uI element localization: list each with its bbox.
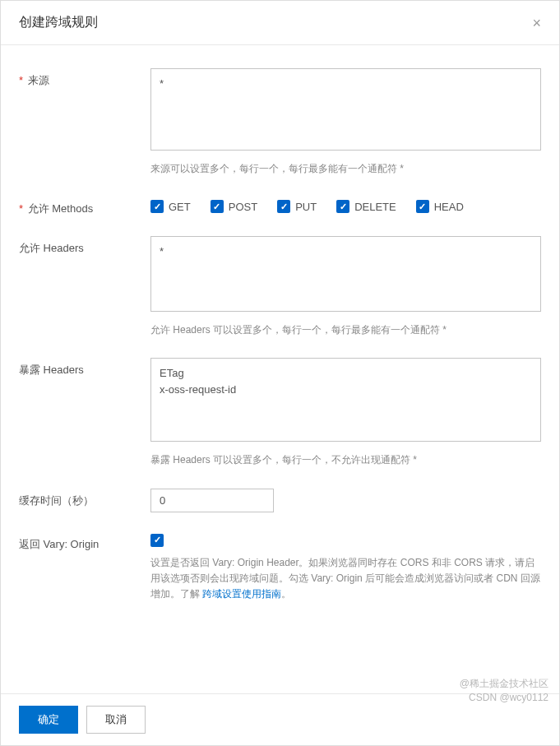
cache-time-input[interactable] <box>150 489 274 512</box>
checkbox-vary-origin[interactable] <box>150 534 541 547</box>
check-icon <box>416 200 429 213</box>
row-cache-time: 缓存时间（秒） <box>19 489 541 512</box>
cancel-button[interactable]: 取消 <box>86 706 146 734</box>
checkbox-put-label: PUT <box>295 201 317 213</box>
row-allow-headers: 允许 Headers * 允许 Headers 可以设置多个，每行一个，每行最多… <box>19 236 541 338</box>
checkbox-put[interactable]: PUT <box>277 200 317 213</box>
label-cache-time: 缓存时间（秒） <box>19 489 150 512</box>
dialog-footer: 确定 取消 <box>1 693 559 745</box>
label-methods: 允许 Methods <box>19 197 150 216</box>
checkbox-delete-label: DELETE <box>354 201 396 213</box>
dialog-header: 创建跨域规则 × <box>1 1 559 45</box>
label-expose-headers: 暴露 Headers <box>19 358 150 468</box>
label-source: 来源 <box>19 68 150 177</box>
checkbox-get-label: GET <box>169 201 191 213</box>
check-icon <box>336 200 349 213</box>
check-icon <box>277 200 290 213</box>
checkbox-get[interactable]: GET <box>150 200 191 213</box>
hint-vary-origin-post: 。 <box>281 588 291 600</box>
hint-vary-origin: 设置是否返回 Vary: Origin Header。如果浏览器同时存在 COR… <box>150 555 541 603</box>
row-source: 来源 * 来源可以设置多个，每行一个，每行最多能有一个通配符 * <box>19 68 541 177</box>
close-icon[interactable]: × <box>532 16 541 30</box>
cors-rule-dialog: 创建跨域规则 × 来源 * 来源可以设置多个，每行一个，每行最多能有一个通配符 … <box>0 0 560 746</box>
checkbox-head[interactable]: HEAD <box>416 200 464 213</box>
check-icon <box>150 200 164 213</box>
checkbox-delete[interactable]: DELETE <box>336 200 396 213</box>
check-icon <box>150 534 164 547</box>
hint-allow-headers: 允许 Headers 可以设置多个，每行一个，每行最多能有一个通配符 * <box>150 322 541 338</box>
label-allow-headers: 允许 Headers <box>19 236 150 338</box>
row-methods: 允许 Methods GET POST PUT <box>19 197 541 216</box>
expose-headers-input[interactable]: ETag x-oss-request-id <box>150 358 541 442</box>
link-cors-guide[interactable]: 跨域设置使用指南 <box>202 588 281 600</box>
ok-button[interactable]: 确定 <box>19 706 78 734</box>
methods-group: GET POST PUT DELETE <box>150 197 541 213</box>
dialog-body: 来源 * 来源可以设置多个，每行一个，每行最多能有一个通配符 * 允许 Meth… <box>1 45 559 693</box>
allow-headers-input[interactable]: * <box>150 236 541 312</box>
row-expose-headers: 暴露 Headers ETag x-oss-request-id 暴露 Head… <box>19 358 541 468</box>
source-input[interactable]: * <box>150 68 541 151</box>
checkbox-head-label: HEAD <box>434 201 464 213</box>
check-icon <box>211 200 224 213</box>
dialog-title: 创建跨域规则 <box>19 14 98 31</box>
checkbox-post-label: POST <box>229 201 257 213</box>
label-vary-origin: 返回 Vary: Origin <box>19 532 150 603</box>
hint-expose-headers: 暴露 Headers 可以设置多个，每行一个，不允许出现通配符 * <box>150 452 541 468</box>
hint-source: 来源可以设置多个，每行一个，每行最多能有一个通配符 * <box>150 161 541 177</box>
row-vary-origin: 返回 Vary: Origin 设置是否返回 Vary: Origin Head… <box>19 532 541 603</box>
checkbox-post[interactable]: POST <box>211 200 257 213</box>
